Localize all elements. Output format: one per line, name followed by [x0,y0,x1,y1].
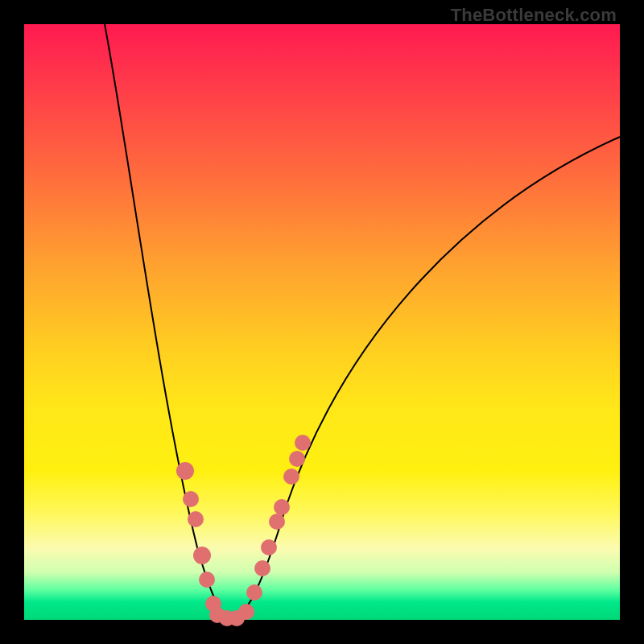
marker-dot [176,462,194,480]
marker-dot [274,499,290,515]
marker-dot [295,435,311,451]
marker-dot [238,604,254,620]
plot-area [24,24,620,620]
marker-dot [193,547,211,564]
marker-group [176,435,311,626]
marker-dot [183,491,199,507]
marker-dot [188,511,204,527]
chart-frame: TheBottleneck.com [0,0,644,644]
marker-dot [254,560,270,576]
marker-dot [283,469,299,485]
marker-dot [269,514,285,530]
marker-dot [246,584,262,601]
bottleneck-curve-path [105,24,620,618]
marker-dot [199,572,215,588]
curve-svg [24,24,620,620]
marker-dot [289,451,305,467]
marker-dot [261,539,277,555]
watermark-text: TheBottleneck.com [451,5,617,26]
